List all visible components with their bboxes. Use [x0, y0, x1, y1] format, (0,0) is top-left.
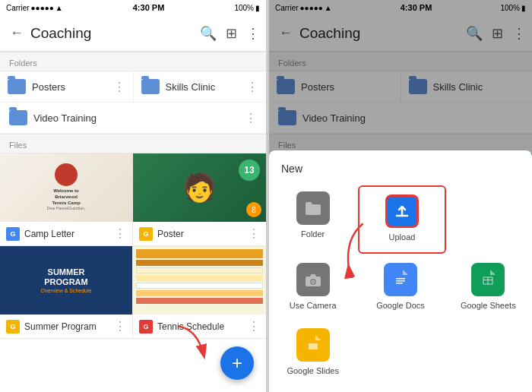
tennis-row-2	[136, 260, 263, 266]
battery-icon: ▮	[255, 4, 260, 12]
file-name-summer: Summer Program	[24, 321, 109, 332]
sheet-camera-icon	[296, 263, 330, 296]
sheet-item-slides[interactable]: Google Slides	[269, 321, 356, 386]
folder-more-posters[interactable]: ⋮	[113, 80, 125, 94]
svg-rect-4	[396, 280, 405, 282]
folder-name-posters: Posters	[32, 81, 107, 93]
slides-icon-poster: G	[139, 227, 153, 241]
tennis-row-3	[136, 267, 263, 273]
svg-rect-5	[396, 283, 403, 284]
tennis-row-5	[136, 283, 263, 289]
folder-item-video[interactable]: Video Training ⋮	[0, 103, 266, 134]
file-more-summer[interactable]: ⋮	[114, 319, 126, 334]
file-cell-tennis: G Tennis Schedule ⋮	[133, 246, 266, 339]
battery-area: 100% ▮	[234, 4, 260, 12]
carrier-text: Carrier	[6, 4, 30, 12]
wifi-icon: ▲	[55, 4, 63, 12]
file-cell-camp: Welcome toBriarwoodTennis Camp Dear Pare…	[0, 153, 133, 246]
grid-view-icon[interactable]: ⊞	[226, 25, 237, 42]
tennis-row-1	[136, 249, 263, 258]
back-button[interactable]: ←	[6, 23, 27, 44]
file-info-camp: G Camp Letter ⋮	[0, 222, 132, 245]
slides-icon-summer: G	[6, 320, 20, 334]
file-more-tennis[interactable]: ⋮	[248, 319, 260, 334]
sheet-sheets-icon	[471, 263, 505, 296]
camp-text: Welcome toBriarwoodTennis Camp Dear Pare…	[47, 188, 85, 212]
tennis-row-7	[136, 298, 263, 304]
svg-rect-3	[396, 278, 405, 280]
docs-icon-camp: G	[6, 227, 20, 241]
search-icon[interactable]: 🔍	[200, 25, 217, 42]
summer-sub: Overview & Schedule	[41, 288, 92, 293]
fab-button[interactable]: +	[220, 346, 254, 380]
sheet-folder-icon	[296, 191, 330, 225]
sheet-upload-label: Upload	[389, 232, 416, 242]
file-name-camp: Camp Letter	[24, 229, 109, 239]
file-cell-poster: 🧑 13 8 G Poster ⋮	[133, 153, 266, 246]
svg-point-2	[311, 280, 315, 284]
sheet-docs-icon	[384, 263, 417, 296]
summer-title: SUMMERPROGRAM	[44, 267, 87, 286]
file-thumb-tennis	[133, 246, 266, 315]
sheet-item-sheets[interactable]: Google Sheets	[445, 255, 532, 321]
poster-person-icon: 🧑	[182, 172, 217, 204]
app-header-left: ← Coaching 🔍 ⊞ ⋮	[0, 15, 266, 52]
signal-icon: ●●●●●	[31, 4, 54, 12]
file-thumb-poster: 🧑 13 8	[133, 153, 266, 222]
file-more-camp[interactable]: ⋮	[114, 226, 126, 241]
sheet-camera-label: Use Camera	[290, 301, 337, 310]
tennis-row-4	[136, 275, 263, 281]
bottom-sheet-grid: Folder Upload	[269, 184, 532, 386]
folder-more-skills[interactable]: ⋮	[246, 80, 258, 94]
folder-item-posters[interactable]: Posters ⋮	[0, 71, 134, 102]
file-name-poster: Poster	[157, 229, 243, 239]
sheet-slides-icon	[296, 328, 330, 362]
left-phone: Carrier ●●●●● ▲ 4:30 PM 100% ▮ ← Coachin…	[0, 0, 266, 392]
file-thumb-summer: SUMMERPROGRAM Overview & Schedule	[0, 246, 132, 315]
tennis-row-6	[136, 290, 263, 296]
svg-rect-9	[309, 343, 318, 349]
sheet-docs-label: Google Docs	[376, 301, 425, 310]
status-bar-left: Carrier ●●●●● ▲ 4:30 PM 100% ▮	[0, 0, 266, 15]
sheet-slides-label: Google Slides	[287, 366, 339, 375]
files-section-label: Files	[0, 134, 266, 153]
files-grid: Welcome toBriarwoodTennis Camp Dear Pare…	[0, 153, 266, 339]
camp-circle	[55, 163, 78, 186]
header-actions: 🔍 ⊞ ⋮	[200, 25, 260, 42]
sheet-sheets-label: Google Sheets	[461, 301, 516, 310]
file-cell-summer: SUMMERPROGRAM Overview & Schedule G Summ…	[0, 246, 133, 339]
status-left: Carrier ●●●●● ▲	[6, 4, 63, 12]
more-options-icon[interactable]: ⋮	[246, 25, 260, 42]
sheet-upload-icon	[385, 194, 419, 228]
sheet-folder-label: Folder	[301, 229, 325, 239]
file-thumb-camp: Welcome toBriarwoodTennis Camp Dear Pare…	[0, 153, 132, 222]
poster-badge2: 8	[246, 202, 261, 217]
battery-text: 100%	[234, 4, 254, 12]
time-display: 4:30 PM	[133, 3, 165, 12]
folder-name-video: Video Training	[33, 112, 239, 124]
page-title-left: Coaching	[30, 25, 200, 42]
bottom-sheet-label: New	[269, 160, 532, 184]
sheets-icon-tennis: G	[139, 320, 153, 334]
file-more-poster[interactable]: ⋮	[248, 226, 260, 241]
bottom-sheet: New Folder Upload	[269, 150, 532, 392]
folder-more-video[interactable]: ⋮	[245, 111, 257, 125]
folder-item-skills[interactable]: Skills Clinic ⋮	[134, 71, 267, 102]
folder-icon-video	[9, 110, 27, 125]
right-phone: Carrier ●●●●● ▲ 4:30 PM 100% ▮ ← Coachin…	[269, 0, 532, 392]
folder-name-skills: Skills Clinic	[166, 81, 241, 93]
file-info-summer: G Summer Program ⋮	[0, 315, 132, 338]
folders-section-label: Folders	[0, 52, 266, 71]
file-info-poster: G Poster ⋮	[133, 222, 266, 245]
folder-row-1: Posters ⋮ Skills Clinic ⋮	[0, 71, 266, 103]
poster-badge: 13	[239, 160, 260, 181]
folder-icon-skills	[141, 79, 160, 94]
folder-icon-posters	[8, 79, 26, 94]
